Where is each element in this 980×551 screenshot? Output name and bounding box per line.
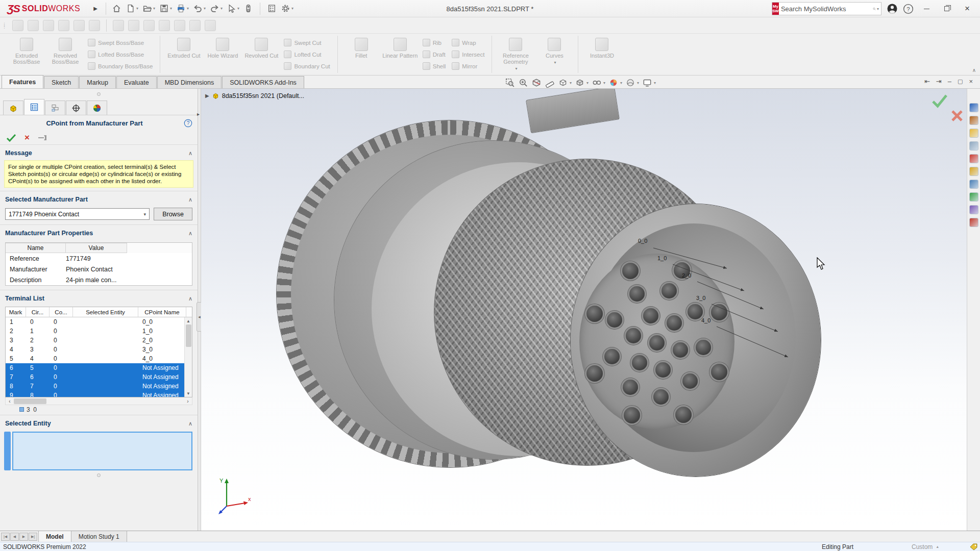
pin-hole[interactable]	[662, 283, 677, 298]
search-box[interactable]: My SW ▾	[772, 2, 881, 15]
dropdown-caret-icon[interactable]: ▾	[204, 6, 206, 11]
terminal-col-1[interactable]: Cir...	[26, 307, 50, 317]
tab-mbd-dimensions[interactable]: MBD Dimensions	[157, 76, 222, 88]
pin-hole[interactable]	[655, 362, 671, 378]
minimize-button[interactable]	[919, 2, 934, 15]
help-icon[interactable]: ?	[903, 4, 914, 14]
pin-hole[interactable]	[675, 407, 692, 423]
model-tab-model[interactable]: Model	[38, 531, 71, 542]
ribbon-extruded-cut-button[interactable]: Extruded Cut	[165, 36, 202, 73]
selected-entity-active-bar[interactable]	[4, 432, 11, 470]
scroll-thumb[interactable]	[14, 398, 46, 404]
cancel-x-icon[interactable]: ×	[24, 134, 30, 141]
pane-restore-icon[interactable]: ▢	[958, 78, 963, 85]
pin-hole[interactable]	[586, 365, 603, 382]
scroll-down-icon[interactable]: ▼	[186, 390, 190, 397]
collapse-chevron-icon[interactable]: ∧	[188, 196, 192, 203]
status-units-selector[interactable]: Custom ▲	[912, 543, 939, 550]
dropdown-caret-icon[interactable]: ▾	[654, 81, 656, 85]
solidworks-resources-icon[interactable]	[969, 103, 978, 112]
ribbon-draft-button[interactable]: Draft	[421, 49, 448, 60]
first-tab-icon[interactable]: |◀	[1, 533, 10, 541]
terminal-row[interactable]: 5404_0	[6, 354, 192, 363]
pane-close-icon[interactable]: ×	[969, 78, 973, 85]
marketplace-icon[interactable]	[969, 192, 978, 202]
last-tab-icon[interactable]: ▶|	[29, 533, 37, 541]
tab-evaluate[interactable]: Evaluate	[116, 76, 157, 88]
dropdown-caret-icon[interactable]: ▾	[187, 6, 189, 11]
display-style-button[interactable]: ▾	[575, 78, 589, 88]
section-view-button[interactable]	[531, 78, 542, 88]
dropdown-caret-icon[interactable]: ▾	[153, 6, 155, 11]
ribbon-extruded-boss-base-button[interactable]: Extruded Boss/Base	[8, 36, 45, 73]
logo-flyout-arrow-icon[interactable]: ▶	[93, 6, 97, 11]
ribbon-boundary-boss-base-button[interactable]: Boundary Boss/Base	[86, 61, 155, 71]
qa-undo-button[interactable]: ▾	[191, 2, 207, 15]
scroll-thumb[interactable]	[186, 324, 191, 347]
pin-hole[interactable]	[604, 349, 620, 364]
combo-caret-icon[interactable]: ▾	[143, 212, 146, 217]
ribbon-swept-boss-base-button[interactable]: Swept Boss/Base	[86, 38, 155, 48]
ribbon-intersect-button[interactable]: Intersect	[450, 49, 486, 60]
search-input[interactable]	[779, 5, 873, 13]
dropdown-caret-icon[interactable]: ▾	[586, 81, 589, 85]
pin-hole[interactable]	[626, 328, 641, 343]
terminal-col-0[interactable]: Mark	[6, 307, 26, 317]
dock-left-icon[interactable]: ⇤	[924, 78, 930, 85]
tab-display-manager[interactable]	[87, 101, 107, 115]
dropdown-caret-icon[interactable]: ▾	[570, 81, 572, 85]
ribbon-linear-pattern-button[interactable]: Linear Pattern	[382, 36, 419, 73]
pin-hole[interactable]	[711, 364, 727, 380]
pin-hole[interactable]	[632, 355, 647, 370]
ribbon-rib-button[interactable]: Rib	[421, 38, 448, 48]
terminal-row[interactable]: 870Not Assigned	[6, 382, 192, 391]
scroll-up-icon[interactable]: ▲	[186, 317, 190, 324]
tab-property-manager[interactable]	[24, 99, 44, 115]
ribbon-revolved-boss-base-button[interactable]: Revolved Boss/Base	[47, 36, 84, 73]
tab-features[interactable]: Features	[2, 75, 43, 88]
dropdown-caret-icon[interactable]: ▾	[170, 6, 172, 11]
panel-splitter-handle[interactable]	[97, 92, 101, 96]
qa-file-properties-button[interactable]	[265, 2, 278, 15]
browse-button[interactable]: Browse	[154, 208, 192, 220]
status-tag-icon[interactable]	[970, 543, 978, 550]
scroll-right-icon[interactable]: ›	[184, 398, 192, 404]
terminal-row[interactable]: 4303_0	[6, 345, 192, 354]
dropdown-caret-icon[interactable]: ▾	[220, 6, 223, 11]
toolbar-grip[interactable]: ⋮⋮	[2, 23, 7, 28]
pin-hole[interactable]	[643, 308, 658, 323]
account-icon[interactable]	[887, 3, 898, 14]
feature-tree-root-label[interactable]: 8da515f35sn 2021 (Default...	[222, 92, 304, 99]
ribbon-lofted-boss-base-button[interactable]: Lofted Boss/Base	[86, 49, 155, 60]
section-message[interactable]: Message ∧	[0, 147, 198, 159]
graphics-viewport[interactable]: ▶ 8da515f35sn 2021 (Default...	[201, 89, 967, 531]
pane-minimize-icon[interactable]: –	[948, 78, 951, 85]
selected-entity-list[interactable]	[12, 432, 192, 470]
pin-hole[interactable]	[711, 304, 727, 320]
file-explorer-icon[interactable]	[969, 129, 978, 138]
pin-hole[interactable]	[649, 335, 665, 350]
pin-hole[interactable]	[623, 380, 638, 395]
view-settings-button[interactable]: ▾	[642, 78, 656, 88]
dropdown-caret-icon[interactable]: ▾	[136, 6, 138, 11]
appearances-scenes-icon[interactable]	[969, 154, 978, 163]
ribbon-revolved-cut-button[interactable]: Revolved Cut	[243, 36, 280, 73]
custom-properties-icon[interactable]	[969, 167, 978, 176]
hide-show-items-button[interactable]: ▾	[592, 78, 605, 88]
pin-hole[interactable]	[682, 373, 698, 389]
close-button[interactable]: ×	[960, 2, 975, 15]
help-icon[interactable]	[969, 218, 978, 227]
restore-button[interactable]	[939, 2, 954, 15]
view-palette-icon[interactable]	[969, 141, 978, 151]
confirm-ok-icon[interactable]	[931, 94, 948, 108]
dropdown-caret-icon[interactable]: ▾	[554, 60, 556, 65]
terminal-table[interactable]: MarkCir...Co...Selected EntityCPoint Nam…	[5, 307, 192, 397]
prev-tab-icon[interactable]: ◀	[10, 533, 19, 541]
terminal-row[interactable]: 2101_0	[6, 327, 192, 336]
collapse-chevron-icon[interactable]: ∧	[188, 150, 192, 157]
section-selected-manufacturer-part[interactable]: Selected Manufacturer Part ∧	[0, 193, 198, 206]
qa-options-gear-button[interactable]: ▾	[279, 2, 295, 15]
pin-hole[interactable]	[629, 286, 645, 302]
ribbon-hole-wizard-button[interactable]: Hole Wizard	[204, 36, 241, 73]
terminal-horizontal-scrollbar[interactable]: ‹ ›	[5, 397, 192, 405]
